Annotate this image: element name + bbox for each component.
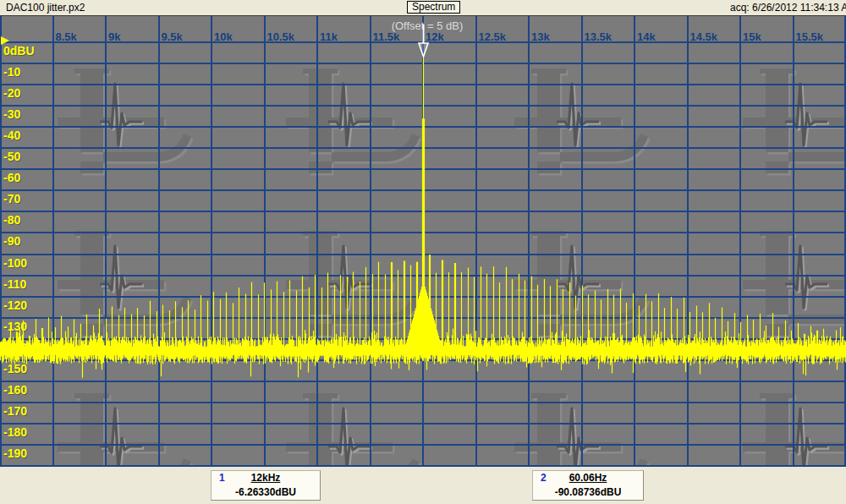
title-bar: DAC100 jitter.px2 Spectrum acq: 6/26/201… (0, 0, 846, 15)
cursor-overlay[interactable] (0, 16, 846, 468)
window-title: DAC100 jitter.px2 (6, 2, 85, 14)
spectrum-analyzer-window: DAC100 jitter.px2 Spectrum acq: 6/26/201… (0, 0, 846, 504)
cursor-readout-bar: 1 12kHz -6.26330dBU 2 60.06Hz -90.08736d… (0, 467, 846, 504)
cursor1-level: -6.26330dBU (212, 485, 320, 499)
reference-level-arrow-icon[interactable] (1, 36, 9, 45)
cursor2-level: -90.08736dBU (533, 485, 643, 499)
cursor-readout-1[interactable]: 1 12kHz -6.26330dBU (211, 470, 321, 501)
mode-button[interactable]: Spectrum (407, 1, 460, 14)
plot-area[interactable]: (Offset = 5 dB) 8.5k9k9.5k10k10.5k11k11.… (0, 15, 846, 468)
cursor2-number: 2 (541, 471, 547, 485)
cursor1-frequency: 12kHz (212, 471, 320, 485)
cursor-readout-2[interactable]: 2 60.06Hz -90.08736dBU (532, 470, 644, 501)
cursor1-marker-icon[interactable] (419, 43, 428, 57)
cursor1-number: 1 (219, 471, 225, 485)
mode-label: Spectrum (412, 1, 455, 13)
cursor2-frequency: 60.06Hz (533, 471, 643, 485)
acquisition-timestamp: acq: 6/26/2012 11:34:13 AM (730, 2, 846, 14)
